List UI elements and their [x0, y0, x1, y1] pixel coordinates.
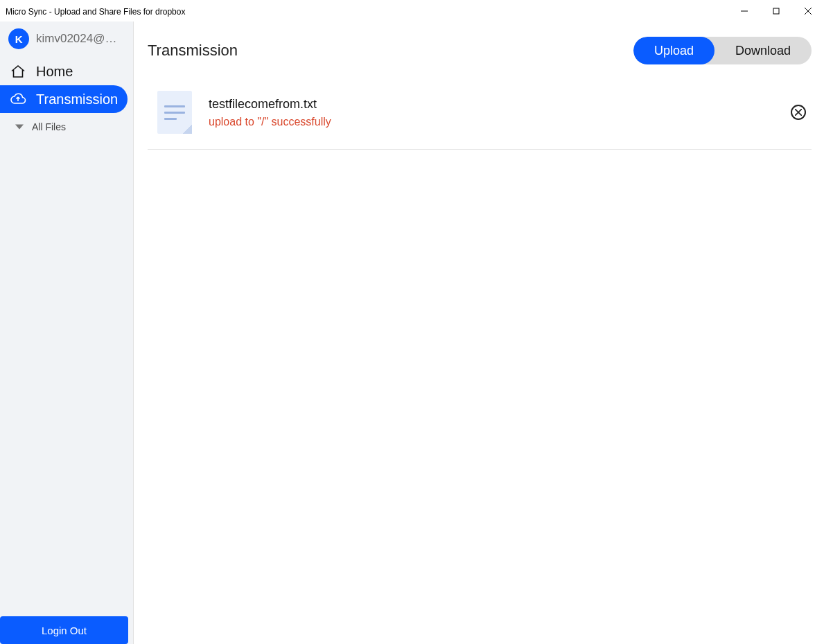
titlebar: Micro Sync - Upload and Share Files for …	[0, 0, 824, 21]
sidebar: K kimv02024@… Home Transmission All Fi	[0, 21, 134, 644]
svg-marker-4	[15, 124, 24, 129]
minimize-button[interactable]	[728, 0, 760, 21]
app-body: K kimv02024@… Home Transmission All Fi	[0, 21, 824, 644]
sidebar-nav: Home Transmission All Files	[0, 55, 133, 139]
page-title: Transmission	[148, 42, 238, 60]
sidebar-item-transmission[interactable]: Transmission	[0, 85, 128, 113]
cloud-upload-icon	[10, 91, 26, 107]
window-controls	[728, 0, 824, 21]
document-icon	[157, 91, 192, 134]
home-icon	[10, 63, 26, 80]
avatar: K	[8, 28, 29, 49]
user-row[interactable]: K kimv02024@…	[0, 21, 133, 55]
maximize-button[interactable]	[760, 0, 792, 21]
sidebar-item-label: All Files	[32, 121, 66, 132]
sidebar-item-home[interactable]: Home	[0, 58, 128, 85]
svg-rect-1	[773, 8, 779, 14]
tab-download[interactable]: Download	[715, 37, 812, 64]
main-content: Transmission Upload Download testfilecom…	[134, 21, 824, 644]
minimize-icon	[741, 8, 748, 15]
close-icon	[805, 8, 812, 15]
file-name: testfilecomefrom.txt	[209, 97, 774, 112]
upload-download-toggle: Upload Download	[633, 37, 812, 64]
tab-upload[interactable]: Upload	[633, 37, 715, 64]
x-icon	[795, 109, 802, 116]
maximize-icon	[773, 8, 780, 15]
cancel-button[interactable]	[791, 105, 806, 120]
tab-label: Upload	[654, 44, 694, 58]
file-status: upload to "/" successfully	[209, 116, 774, 128]
list-item: testfilecomefrom.txt upload to "/" succe…	[148, 85, 812, 150]
sidebar-item-label: Home	[36, 64, 73, 80]
sidebar-item-label: Transmission	[36, 92, 118, 107]
close-button[interactable]	[792, 0, 824, 21]
logout-button[interactable]: Login Out	[0, 616, 128, 644]
chevron-down-icon	[15, 123, 24, 131]
logout-label: Login Out	[42, 625, 87, 636]
tab-label: Download	[735, 44, 791, 58]
file-meta: testfilecomefrom.txt upload to "/" succe…	[209, 97, 774, 128]
user-email: kimv02024@…	[36, 32, 125, 46]
main-header: Transmission Upload Download	[148, 37, 812, 64]
window-title: Micro Sync - Upload and Share Files for …	[6, 6, 728, 17]
sidebar-item-all-files[interactable]: All Files	[0, 113, 128, 139]
